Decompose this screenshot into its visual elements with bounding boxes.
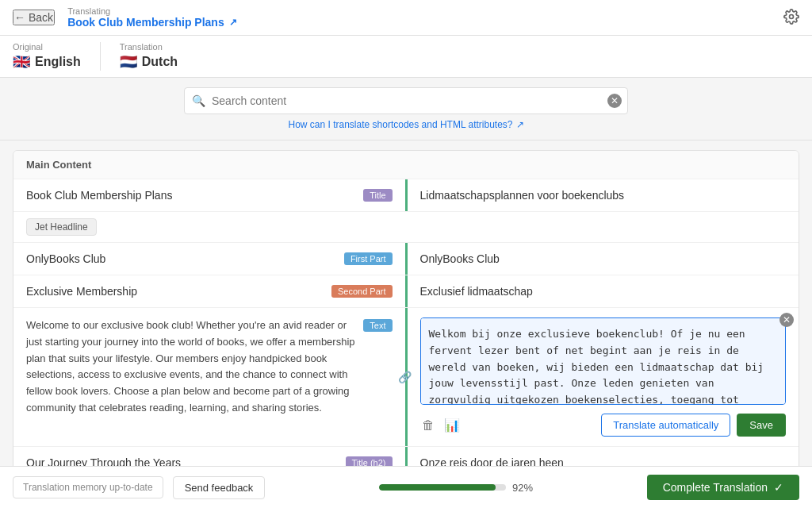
back-button[interactable]: ← Back — [13, 10, 55, 25]
text-block-left: Welcome to our exclusive book club! Whet… — [13, 308, 408, 446]
jet-headline-badge: Jet Headline — [26, 218, 97, 236]
translated-text: Lidmaatschapsplannen voor boekenclubs — [420, 189, 625, 202]
translation-language: Translation 🇳🇱 Dutch — [120, 42, 178, 71]
lang-divider — [100, 42, 101, 71]
original-text: OnlyBooks Club — [26, 252, 338, 265]
search-wrapper: 🔍 ✕ — [184, 87, 628, 114]
feedback-button[interactable]: Send feedback — [173, 476, 266, 499]
project-title: Book Club Membership Plans — [67, 16, 224, 29]
row-left-second: Exclusive Membership Second Part — [13, 275, 408, 307]
original-flag: 🇬🇧 — [13, 53, 30, 71]
memory-badge: Translation memory up-to-date — [13, 476, 163, 498]
bottom-bar: Translation memory up-to-date Send feedb… — [0, 466, 812, 508]
help-external-icon: ↗ — [516, 119, 524, 130]
progress-percentage: 92% — [512, 482, 533, 494]
table-row: OnlyBooks Club First Part OnlyBooks Club — [13, 243, 799, 275]
second-part-tag: Second Part — [331, 285, 393, 298]
translating-title: Book Club Membership Plans ↗ — [67, 16, 237, 29]
search-clear-button[interactable]: ✕ — [607, 94, 622, 108]
translated-text: Onze reis door de jaren heen — [420, 456, 564, 466]
help-link[interactable]: How can I translate shortcodes and HTML … — [288, 119, 523, 130]
table-row: Book Club Membership Plans Title Lidmaat… — [13, 179, 799, 212]
close-translation-button[interactable]: ✕ — [779, 313, 794, 327]
jet-headline-row: Jet Headline — [13, 212, 799, 243]
svg-point-0 — [790, 14, 794, 18]
first-part-tag: First Part — [344, 252, 393, 265]
content-area: Main Content Book Club Membership Plans … — [0, 140, 812, 466]
translating-label: Translating — [67, 6, 237, 16]
chart-icon-button[interactable]: 📊 — [442, 416, 462, 434]
language-bar: Original 🇬🇧 English Translation 🇳🇱 Dutch — [0, 36, 812, 78]
text-block-right: ✕ 🗑 📊 Translate automatically Save — [408, 308, 799, 446]
table-row: Our Journey Through the Years Title (h2)… — [13, 447, 799, 466]
translated-text: Exclusief lidmaatschap — [420, 285, 533, 298]
settings-icon[interactable] — [783, 9, 799, 27]
external-link-icon[interactable]: ↗ — [229, 17, 237, 28]
bottom-left: Translation memory up-to-date Send feedb… — [13, 476, 265, 499]
main-content-card: Main Content Book Club Membership Plans … — [13, 150, 799, 466]
original-text-block: Welcome to our exclusive book club! Whet… — [26, 318, 357, 417]
translation-textarea[interactable] — [420, 318, 787, 405]
link-chain-icon: 🔗 — [398, 371, 412, 383]
original-text: Exclusive Membership — [26, 285, 325, 298]
original-text: Book Club Membership Plans — [26, 189, 357, 202]
save-translation-button[interactable]: Save — [737, 414, 786, 437]
original-text: Our Journey Through the Years — [26, 456, 339, 466]
row-right-second: Exclusief lidmaatschap — [408, 275, 799, 307]
row-left-first: OnlyBooks Club First Part — [13, 243, 408, 275]
help-link-text: How can I translate shortcodes and HTML … — [288, 119, 512, 130]
text-tag: Text — [363, 319, 392, 332]
translation-label: Translation — [120, 42, 178, 52]
search-icon: 🔍 — [192, 94, 205, 107]
row-right-journey: Onze reis door de jaren heen — [408, 447, 799, 466]
row-right-title: Lidmaatschapsplannen voor boekenclubs — [408, 179, 799, 211]
row-left-title: Book Club Membership Plans Title — [13, 179, 408, 211]
progress-area: 92% — [379, 482, 533, 494]
complete-translation-button[interactable]: Complete Translation ✓ — [647, 475, 799, 500]
top-bar: ← Back Translating Book Club Membership … — [0, 0, 812, 36]
action-icons: 🗑 📊 — [420, 416, 462, 434]
title-h2-tag: Title (h2) — [346, 456, 393, 466]
checkmark-icon: ✓ — [774, 481, 783, 494]
original-lang-name: English — [35, 55, 81, 69]
translation-actions: 🗑 📊 Translate automatically Save — [420, 414, 787, 437]
progress-bar — [379, 484, 506, 491]
text-block-row: Welcome to our exclusive book club! Whet… — [13, 308, 799, 447]
progress-bar-fill — [379, 484, 496, 491]
section-header: Main Content — [13, 151, 799, 179]
search-input[interactable] — [184, 87, 628, 114]
translate-automatically-button[interactable]: Translate automatically — [601, 414, 730, 437]
copy-icon-button[interactable]: 🗑 — [420, 416, 436, 434]
translation-flag: 🇳🇱 — [120, 53, 137, 71]
translation-lang-name: Dutch — [142, 55, 178, 69]
table-row: Exclusive Membership Second Part Exclusi… — [13, 275, 799, 308]
translating-info: Translating Book Club Membership Plans ↗ — [67, 6, 237, 29]
back-arrow-icon: ← — [14, 11, 25, 24]
row-left-journey: Our Journey Through the Years Title (h2) — [13, 447, 408, 466]
search-area: 🔍 ✕ How can I translate shortcodes and H… — [0, 78, 812, 140]
translation-buttons: Translate automatically Save — [601, 414, 786, 437]
original-language: Original 🇬🇧 English — [13, 42, 81, 71]
complete-label: Complete Translation — [663, 481, 768, 494]
original-label: Original — [13, 42, 81, 52]
back-label: Back — [29, 11, 53, 24]
title-tag: Title — [363, 189, 392, 202]
translated-text: OnlyBooks Club — [420, 252, 500, 265]
row-right-first: OnlyBooks Club — [408, 243, 799, 275]
